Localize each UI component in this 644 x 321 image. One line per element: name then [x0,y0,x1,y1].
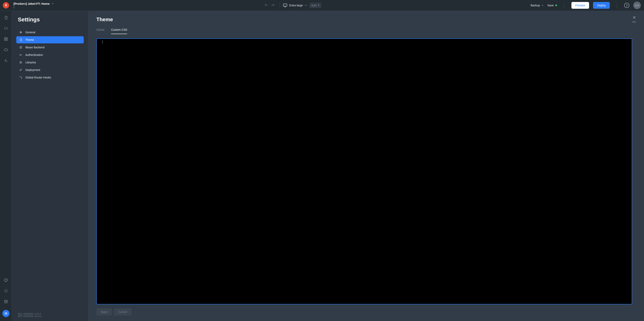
chevron-up-icon [52,2,54,4]
svg-point-12 [6,313,7,313]
svg-point-20 [20,76,20,77]
cancel-button[interactable]: Cancel [114,308,132,316]
nav-label: Global Router Hooks [26,76,51,79]
stepper-arrows-icon: ▲▼ [318,4,320,6]
nav-general[interactable]: General [16,29,84,36]
project-selector[interactable]: [ProServ] Jebel-FT: Home / [14,2,54,9]
nav-router-hooks[interactable]: Global Router Hooks [16,74,84,81]
text-caret-icon [102,40,102,44]
project-path: / [14,6,54,9]
svg-point-3 [6,28,6,28]
nav-label: General [26,31,35,34]
nav-backend[interactable]: 8base Backend [16,44,84,51]
undo-button[interactable] [263,2,270,9]
question-icon: ? [626,4,628,7]
custom-css-editor[interactable] [96,38,632,304]
svg-point-14 [6,314,7,315]
rail-settings-fab[interactable] [2,310,10,317]
database-icon [19,46,22,49]
settings-panel: Settings General Theme [12,11,88,321]
viewport-selector[interactable]: Extra large [283,3,307,7]
nav-authentication[interactable]: Authentication [16,51,84,58]
svg-point-18 [20,46,22,47]
svg-point-1 [5,28,6,28]
rail-components-icon[interactable] [4,37,8,41]
dsl-version: DSL VERSION: 0.15.3 [18,313,84,315]
library-icon [19,61,22,64]
top-bar: 8 [ProServ] Jebel-FT: Home / Extra large [0,0,644,11]
divider [564,2,564,8]
svg-point-16 [21,32,22,33]
app-logo[interactable]: 8 [0,2,12,8]
svg-point-8 [5,280,5,280]
svg-point-21 [22,78,22,79]
logo-8-icon: 8 [3,2,9,8]
help-button[interactable]: ? [624,3,629,8]
divider [617,2,617,8]
rail-database-icon[interactable] [4,299,8,304]
route-icon [19,76,22,79]
nav-label: Libraries [26,61,36,64]
nav-libraries[interactable]: Libraries [16,59,84,66]
viewport-size-stepper[interactable]: auto ▲▼ [310,3,321,8]
nav-label: Authentication [26,53,43,56]
tab-custom-css[interactable]: Custom CSS [111,28,127,34]
project-title: [ProServ] Jebel-FT: Home [14,2,50,5]
svg-rect-0 [283,4,287,6]
sliders-icon [4,312,8,315]
divider [280,2,280,8]
nav-theme[interactable]: Theme [16,36,84,43]
apply-button[interactable]: Apply [96,308,112,316]
rocket-icon [19,68,22,71]
rail-theme-icon[interactable] [4,278,8,283]
close-hint: esc [632,20,636,23]
left-icon-rail [0,11,12,321]
save-status-dot-icon [555,4,557,6]
close-button[interactable]: esc [632,16,636,23]
monitor-icon [283,3,287,7]
main-content: Theme esc Global Custom CSS Apply Cancel [88,11,644,321]
svg-point-19 [20,54,21,55]
settings-nav: General Theme 8base Backend [16,29,84,81]
page-icon [19,38,22,41]
save-button[interactable]: Save [548,4,557,7]
backup-button[interactable]: Backup [530,4,544,7]
svg-point-17 [20,33,21,33]
key-icon [19,53,22,56]
rail-pages-icon[interactable] [4,15,8,20]
svg-rect-7 [6,39,7,41]
nav-label: Deployment [26,68,40,71]
nav-label: 8base Backend [26,46,44,49]
nav-label: Theme [26,38,34,41]
svg-rect-6 [4,39,6,41]
app-version: APP VERSION: 0.0.0.5 [18,315,84,318]
rail-functions-icon[interactable] [4,58,8,63]
svg-point-10 [6,279,7,280]
svg-point-11 [4,300,7,301]
save-label: Save [548,4,554,7]
viewport-size-value: auto [311,4,317,7]
chevron-down-icon [542,4,544,6]
rail-cloud-icon[interactable] [4,47,8,52]
preview-button[interactable]: Preview [572,2,589,9]
svg-rect-4 [4,38,6,39]
close-icon [632,16,636,19]
rail-state-icon[interactable] [4,26,8,31]
settings-title: Settings [16,16,84,23]
chevron-down-icon [305,4,307,6]
redo-button[interactable] [270,2,276,9]
version-info: DSL VERSION: 0.15.3 APP VERSION: 0.0.0.5 [16,313,84,318]
user-avatar[interactable]: S S [633,1,641,9]
svg-point-15 [20,31,20,32]
deploy-button[interactable]: Deploy [593,2,610,9]
theme-tabs: Global Custom CSS [96,28,632,34]
rail-assets-icon[interactable] [4,289,8,293]
svg-point-9 [5,279,6,279]
page-title: Theme [96,16,632,22]
backup-label: Backup [530,4,540,7]
tab-global[interactable]: Global [96,28,104,34]
svg-point-2 [6,28,6,28]
nav-deployment[interactable]: Deployment [16,66,84,73]
svg-rect-5 [6,38,7,39]
sliders-icon [19,31,22,34]
